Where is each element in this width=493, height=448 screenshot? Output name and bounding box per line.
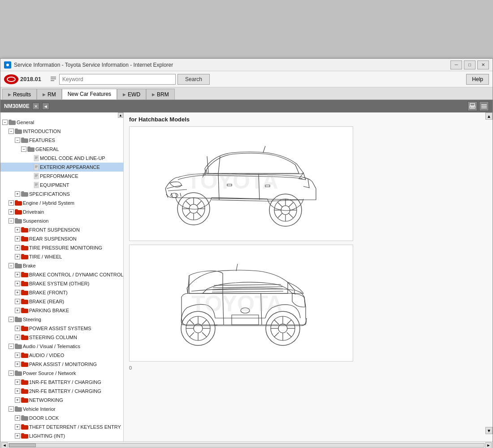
tree-item-suspension[interactable]: − Suspension	[0, 216, 123, 225]
tree-item-engine[interactable]: + Engine / Hybrid System	[0, 198, 123, 207]
expand-audio-visual[interactable]: −	[9, 344, 14, 349]
expand-features[interactable]: −	[15, 138, 20, 143]
expand-brake-control[interactable]: +	[15, 272, 20, 277]
expand-theft[interactable]: +	[15, 424, 20, 430]
car-drawing-front: TOYOTA	[133, 130, 350, 236]
expand-2nr[interactable]: +	[15, 388, 20, 394]
svg-rect-3	[51, 78, 56, 79]
tree-item-vehicle-interior[interactable]: − Vehicle Interior	[0, 405, 123, 414]
expand-front-susp[interactable]: +	[15, 227, 20, 233]
tree-item-exterior[interactable]: EXTERIOR APPEARANCE	[0, 163, 123, 172]
toyota-oval-icon	[4, 74, 18, 84]
subtitle-close-button[interactable]: ✕	[32, 103, 39, 110]
help-button[interactable]: Help	[466, 74, 489, 85]
tab-results-arrow: ▶	[8, 92, 11, 97]
subtitle-back-button[interactable]: ◄	[42, 103, 49, 110]
tree-item-power-assist[interactable]: + POWER ASSIST SYSTEMS	[0, 324, 123, 333]
content-scroll-down[interactable]: ▼	[485, 427, 493, 434]
tree-item-introduction[interactable]: − INTRODUCTION	[0, 127, 123, 136]
expand-tire-pressure[interactable]: +	[15, 245, 20, 250]
tree-item-tire-wheel[interactable]: + TIRE / WHEEL	[0, 252, 123, 261]
tab-brm[interactable]: ▶ BRM	[146, 89, 175, 99]
tree-item-1nr[interactable]: + 1NR-FE BATTERY / CHARGING	[0, 378, 123, 387]
expand-drivetrain[interactable]: +	[9, 209, 14, 215]
title-bar: Service Information - Toyota Service Inf…	[0, 59, 493, 71]
h-scroll-left[interactable]: ◄	[1, 442, 8, 448]
tree-item-networking[interactable]: + NETWORKING	[0, 396, 123, 405]
tree-item-parking-brake[interactable]: + PARKING BRAKE	[0, 306, 123, 315]
h-scroll-right[interactable]: ►	[485, 442, 492, 448]
label-tire-wheel: TIRE / WHEEL	[29, 253, 62, 261]
expand-power-assist[interactable]: +	[15, 326, 20, 331]
tree-item-general-sub[interactable]: − GENERAL	[0, 145, 123, 154]
expand-rear-susp[interactable]: +	[15, 236, 20, 241]
tree-item-general[interactable]: − General	[0, 118, 123, 127]
tree-item-brake-front[interactable]: + BRAKE (FRONT)	[0, 288, 123, 297]
minimize-button[interactable]: ─	[450, 60, 462, 69]
tree-item-equipment[interactable]: EQUIPMENT	[0, 181, 123, 190]
expand-brake-front[interactable]: +	[15, 290, 20, 295]
tree-item-brake[interactable]: − Brake	[0, 261, 123, 270]
tree-item-features[interactable]: − FEATURES	[0, 136, 123, 145]
tab-ewd[interactable]: ▶ EWD	[117, 89, 146, 99]
tree-scroll-up[interactable]: ▲	[118, 112, 123, 118]
expand-engine[interactable]: +	[9, 200, 14, 206]
tree-item-theft[interactable]: + THEFT DETERRENT / KEYLESS ENTRY	[0, 422, 123, 431]
svg-point-1	[6, 64, 9, 66]
tab-results[interactable]: ▶ Results	[2, 89, 37, 99]
expand-vehicle-interior[interactable]: −	[9, 406, 14, 412]
expand-audio-video[interactable]: +	[15, 353, 20, 358]
expand-brake-other[interactable]: +	[15, 281, 20, 286]
search-button[interactable]: Search	[177, 74, 210, 85]
tree-item-audio-video[interactable]: + AUDIO / VIDEO	[0, 351, 123, 360]
h-scroll-thumb[interactable]	[9, 444, 36, 447]
tree-item-door-lock[interactable]: + DOOR LOCK	[0, 414, 123, 422]
tree-panel[interactable]: ▲ − General − INTRODUCTION	[0, 112, 124, 441]
content-scroll-up[interactable]: ▲	[485, 112, 493, 120]
tree-item-performance[interactable]: PERFORMANCE	[0, 172, 123, 181]
search-input[interactable]	[59, 74, 176, 85]
expand-networking[interactable]: +	[15, 397, 20, 403]
tree-item-brake-rear[interactable]: + BRAKE (REAR)	[0, 297, 123, 306]
tree-item-power-source[interactable]: − Power Source / Network	[0, 369, 123, 378]
tree-item-2nr[interactable]: + 2NR-FE BATTERY / CHARGING	[0, 387, 123, 396]
tab-rm[interactable]: ▶ RM	[37, 89, 62, 99]
tree-item-brake-control[interactable]: + BRAKE CONTROL / DYNAMIC CONTROL SYSTEM…	[0, 270, 123, 279]
close-button[interactable]: ✕	[477, 60, 489, 69]
tree-item-lighting[interactable]: + LIGHTING (INT)	[0, 431, 123, 440]
expand-parking-brake[interactable]: +	[15, 308, 20, 313]
expand-introduction[interactable]: −	[9, 129, 14, 134]
expand-steering[interactable]: −	[9, 317, 14, 322]
tree-item-brake-other[interactable]: + BRAKE SYSTEM (OTHER)	[0, 279, 123, 288]
expand-tire-wheel[interactable]: +	[15, 254, 20, 259]
tree-item-drivetrain[interactable]: + Drivetrain	[0, 207, 123, 216]
expand-lighting[interactable]: +	[15, 433, 20, 439]
tree-item-tire-pressure[interactable]: + TIRE PRESSURE MONITORING	[0, 243, 123, 252]
tree-item-audio-visual[interactable]: − Audio / Visual / Telematics	[0, 342, 123, 351]
subtitle-right-controls	[467, 101, 489, 111]
restore-button[interactable]: □	[464, 60, 476, 69]
expand-power-source[interactable]: −	[9, 370, 14, 376]
expand-general[interactable]: −	[2, 120, 8, 125]
expand-brake[interactable]: −	[9, 263, 14, 268]
expand-steering-col[interactable]: +	[15, 335, 20, 340]
tree-item-model-code[interactable]: MODEL CODE AND LINE-UP	[0, 154, 123, 163]
expand-general-sub[interactable]: −	[21, 146, 26, 152]
tree-item-specifications[interactable]: + SPECIFICATIONS	[0, 190, 123, 198]
tree-item-steering-column[interactable]: + STEERING COLUMN	[0, 333, 123, 342]
tree-item-rear-suspension[interactable]: + REAR SUSPENSION	[0, 234, 123, 243]
window-title: Service Information - Toyota Service Inf…	[14, 62, 173, 68]
tree-item-steering[interactable]: − Steering	[0, 315, 123, 324]
expand-1nr[interactable]: +	[15, 379, 20, 385]
expand-suspension[interactable]: −	[9, 218, 14, 224]
expand-door-lock[interactable]: +	[15, 415, 20, 421]
expand-park-assist[interactable]: +	[15, 362, 20, 367]
nav-button[interactable]	[479, 101, 489, 111]
tab-brm-label: BRM	[157, 91, 169, 98]
expand-specifications[interactable]: +	[15, 191, 20, 197]
tab-new-car-features[interactable]: New Car Features	[62, 89, 117, 99]
tree-item-park-assist[interactable]: + PARK ASSIST / MONITORING	[0, 360, 123, 369]
print-button[interactable]	[467, 101, 477, 111]
tree-item-front-suspension[interactable]: + FRONT SUSPENSION	[0, 225, 123, 234]
expand-brake-rear[interactable]: +	[15, 299, 20, 304]
